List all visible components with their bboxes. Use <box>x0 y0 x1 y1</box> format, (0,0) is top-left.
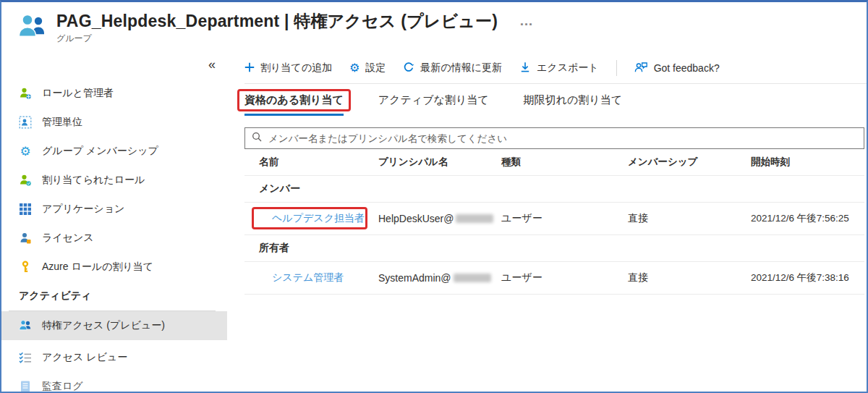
type-cell: ユーザー <box>501 212 628 225</box>
admin-units-icon <box>19 116 32 129</box>
redacted-domain <box>456 214 493 223</box>
app-window: PAG_Helpdesk_Department | 特権アクセス (プレビュー)… <box>0 0 868 393</box>
button-label: 最新の情報に更新 <box>420 62 502 75</box>
button-label: 設定 <box>365 62 386 75</box>
sidebar: « ロールと管理者 <box>1 53 227 392</box>
tab-active-assignments[interactable]: アクティブな割り当て <box>378 93 489 116</box>
tab-expired-assignments[interactable]: 期限切れの割り当て <box>524 93 622 116</box>
sidebar-item-roles-admins[interactable]: ロールと管理者 <box>1 79 227 108</box>
group-row-members: メンバー <box>244 176 864 203</box>
sidebar-item-audit-logs[interactable]: 監査ログ <box>1 372 227 393</box>
sidebar-item-label: グループ メンバーシップ <box>42 145 158 158</box>
sidebar-item-label: 監査ログ <box>42 380 83 393</box>
sidebar-item-group-membership[interactable]: ⚙ グループ メンバーシップ <box>1 137 227 166</box>
sidebar-item-label: 特権アクセス (プレビュー) <box>42 319 165 332</box>
column-header-principal[interactable]: プリンシパル名 <box>378 156 501 169</box>
key-icon <box>19 261 32 274</box>
feedback-icon <box>634 62 648 75</box>
licenses-icon <box>19 232 32 245</box>
principal-prefix: HelpDeskUser@ <box>378 213 454 224</box>
column-header-name[interactable]: 名前 <box>259 156 378 169</box>
refresh-button[interactable]: 最新の情報に更新 <box>403 62 502 75</box>
assigned-roles-icon <box>19 174 32 187</box>
sidebar-item-label: 管理単位 <box>42 116 82 129</box>
table-row[interactable]: システム管理者 SystemAdmin@ ユーザー 直接 2021/12/6 午… <box>244 262 864 295</box>
member-name-link[interactable]: システム管理者 <box>272 271 344 283</box>
export-button[interactable]: エクスポート <box>519 62 599 75</box>
download-icon <box>519 62 531 75</box>
sidebar-nav: ロールと管理者 管理単位 ⚙ <box>1 79 227 393</box>
type-cell: ユーザー <box>501 271 628 284</box>
toolbar-divider <box>616 60 617 76</box>
button-label: 割り当ての追加 <box>260 62 332 75</box>
sidebar-section-activity: アクティビティ <box>1 282 227 310</box>
group-icon <box>17 12 48 40</box>
sidebar-item-azure-role-assignments[interactable]: Azure ロールの割り当て <box>1 253 227 282</box>
member-name-link[interactable]: ヘルプデスク担当者 <box>272 212 365 224</box>
search-input[interactable] <box>267 132 857 145</box>
name-cell: ヘルプデスク担当者 <box>259 212 378 225</box>
sidebar-item-assigned-roles[interactable]: 割り当てられたロール <box>1 166 227 195</box>
applications-icon <box>19 203 32 216</box>
tab-bar: 資格のある割り当て アクティブな割り当て 期限切れの割り当て <box>244 93 867 116</box>
column-header-membership[interactable]: メンバーシップ <box>628 156 751 169</box>
page-title: PAG_Helpdesk_Department | 特権アクセス (プレビュー) <box>56 11 498 32</box>
tab-eligible-assignments[interactable]: 資格のある割り当て <box>244 93 344 116</box>
privileged-access-icon <box>19 319 32 332</box>
principal-cell: SystemAdmin@ <box>378 272 501 284</box>
search-icon <box>252 132 262 145</box>
roles-admins-icon <box>19 87 32 100</box>
table-row[interactable]: ヘルプデスク担当者 HelpDeskUser@ ユーザー 直接 2021/12/… <box>244 203 864 235</box>
feedback-button[interactable]: Got feedback? <box>634 62 720 75</box>
sidebar-item-label: ロールと管理者 <box>42 87 114 100</box>
page-header: PAG_Helpdesk_Department | 特権アクセス (プレビュー)… <box>1 2 867 53</box>
settings-button[interactable]: ⚙ 設定 <box>349 62 386 75</box>
principal-cell: HelpDeskUser@ <box>378 213 501 224</box>
sidebar-item-label: 割り当てられたロール <box>42 174 145 187</box>
principal-prefix: SystemAdmin@ <box>378 272 451 284</box>
assignments-table: 名前 プリンシパル名 種類 メンバーシップ 開始時刻 メンバー ヘルプデスク担当… <box>244 149 864 295</box>
more-menu-icon[interactable]: … <box>519 14 533 28</box>
membership-cell: 直接 <box>628 271 751 284</box>
redacted-domain <box>454 274 491 282</box>
gear-icon: ⚙ <box>349 62 359 74</box>
table-header-row: 名前 プリンシパル名 種類 メンバーシップ 開始時刻 <box>244 149 864 176</box>
column-header-start-time[interactable]: 開始時刻 <box>751 156 864 169</box>
main-content: 割り当ての追加 ⚙ 設定 最新の情報に更新 <box>227 53 867 392</box>
header-titles: PAG_Helpdesk_Department | 特権アクセス (プレビュー)… <box>56 11 498 45</box>
sidebar-item-privileged-access[interactable]: 特権アクセス (プレビュー) <box>1 311 227 340</box>
tab-label: 期限切れの割り当て <box>524 93 622 106</box>
start-time-cell: 2021/12/6 午後7:38:16 <box>751 271 864 284</box>
tab-label: アクティブな割り当て <box>378 93 489 106</box>
audit-logs-icon <box>19 380 32 393</box>
command-bar: 割り当ての追加 ⚙ 設定 最新の情報に更新 <box>244 53 867 84</box>
column-header-type[interactable]: 種類 <box>501 156 628 169</box>
sidebar-item-label: Azure ロールの割り当て <box>42 261 153 274</box>
refresh-icon <box>403 62 414 75</box>
collapse-sidebar-icon[interactable]: « <box>208 57 216 72</box>
sidebar-item-access-reviews[interactable]: アクセス レビュー <box>1 343 227 372</box>
tab-label: 資格のある割り当て <box>244 93 344 106</box>
sidebar-item-label: ライセンス <box>42 232 94 245</box>
access-reviews-icon <box>19 351 32 364</box>
group-row-owners: 所有者 <box>244 235 864 262</box>
membership-cell: 直接 <box>628 212 751 225</box>
sidebar-item-label: アクセス レビュー <box>42 351 127 364</box>
sidebar-item-label: アプリケーション <box>42 203 124 216</box>
sidebar-item-admin-units[interactable]: 管理単位 <box>1 108 227 137</box>
start-time-cell: 2021/12/6 午後7:56:25 <box>751 212 864 225</box>
name-cell: システム管理者 <box>259 271 378 284</box>
group-membership-icon: ⚙ <box>19 145 32 158</box>
sidebar-item-applications[interactable]: アプリケーション <box>1 195 227 224</box>
page-subtitle: グループ <box>56 33 498 45</box>
search-box[interactable] <box>244 127 864 149</box>
sidebar-item-licenses[interactable]: ライセンス <box>1 224 227 253</box>
button-label: エクスポート <box>537 62 599 75</box>
plus-icon <box>244 62 255 75</box>
add-assignment-button[interactable]: 割り当ての追加 <box>244 62 332 75</box>
button-label: Got feedback? <box>654 62 720 74</box>
body: « ロールと管理者 <box>1 53 867 392</box>
